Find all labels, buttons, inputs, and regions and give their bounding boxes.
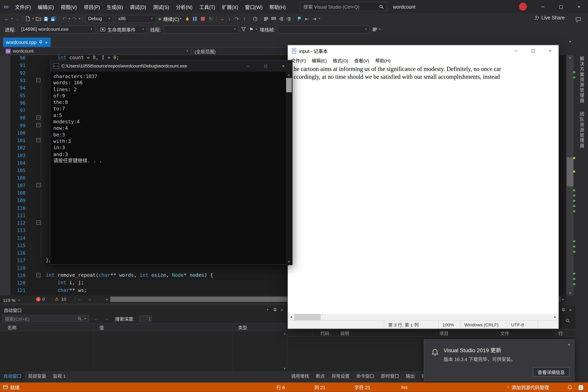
notepad-menu-帮助(H)[interactable]: 帮助(H)	[372, 57, 393, 63]
hscroll-right-icon[interactable]: ►	[562, 298, 565, 301]
notepad-window[interactable]: input - 记事本 ─ ▢ × 文件(F)编辑(E)格式(O)查看(V)帮助…	[288, 45, 558, 329]
notification-count-badge[interactable]: 2	[578, 385, 583, 390]
scroll-down-icon[interactable]: ▼	[566, 292, 574, 295]
console-scrollbar[interactable]: ▲ ▼	[286, 72, 292, 265]
document-tab-wordcount-cpp[interactable]: wordcount.cpp ×	[3, 38, 50, 47]
undo-dropdown-icon[interactable]: ▾	[68, 17, 70, 20]
fold-toggle-icon[interactable]: −	[36, 123, 40, 127]
scroll-up-icon[interactable]: ▲	[283, 332, 286, 335]
update-notification-toast[interactable]: Visual Studio 2019 更新 版本 16.3.4 下载完毕，可供安…	[424, 340, 574, 382]
autos-search-box[interactable]: 搜索(Ctrl+E) ▾	[2, 315, 89, 322]
warning-icon[interactable]: ⚠	[55, 296, 59, 302]
panel-tab-监视 1[interactable]: 监视 1	[50, 371, 69, 380]
panel-tab-断点[interactable]: 断点	[312, 371, 328, 380]
save-icon[interactable]	[42, 14, 50, 23]
side-tab-团队资源管理器[interactable]: 团队资源管理器	[578, 112, 585, 148]
scroll-left-icon[interactable]: ◄	[288, 314, 294, 320]
search-next-icon[interactable]: →	[103, 314, 110, 323]
process-dropdown[interactable]: [14696] wordcount.exe▾	[18, 25, 96, 33]
navigate-forward-icon[interactable]: →	[87, 296, 92, 302]
continue-button[interactable]: ▶ 继续(C) ▾	[157, 15, 184, 23]
quick-search-box[interactable]: 搜索 Visual Studio (Ctrl+Q)	[300, 2, 387, 11]
navigate-back-dropdown-icon[interactable]: ▾	[11, 17, 12, 20]
solution-platform-dropdown[interactable]: x86▾	[116, 15, 156, 23]
fold-toggle-icon[interactable]: −	[36, 183, 40, 187]
menu-item-帮助(H)[interactable]: 帮助(H)	[266, 0, 289, 14]
menu-item-视图(V)[interactable]: 视图(V)	[57, 0, 80, 14]
uncomment-lines-icon[interactable]	[270, 14, 277, 23]
zoom-control[interactable]: 119 %▾	[3, 296, 20, 305]
menu-item-编辑(E)[interactable]: 编辑(E)	[34, 0, 57, 14]
console-maximize-button[interactable]: □	[257, 60, 274, 72]
redo-icon[interactable]: ↷	[71, 14, 78, 23]
menu-item-分析(N)[interactable]: 分析(N)	[173, 0, 196, 14]
char-indicator[interactable]: 字符 21	[354, 382, 370, 392]
bookmark-icon[interactable]	[296, 14, 303, 23]
console-title-bar[interactable]: C:\ C:\Users\10558\source\repos\wordcoun…	[50, 60, 292, 72]
menu-item-扩展(X)[interactable]: 扩展(X)	[218, 0, 242, 14]
console-minimize-button[interactable]: ─	[239, 60, 257, 72]
decrease-indent-icon[interactable]	[277, 14, 285, 23]
errorlist-column-代码[interactable]: 代码	[312, 329, 337, 336]
menu-item-调试(D)[interactable]: 调试(D)	[126, 0, 150, 14]
solution-configuration-dropdown[interactable]: Debug▾	[86, 15, 113, 23]
console-scrollbar-thumb[interactable]	[286, 78, 292, 92]
lifecycle-events-dropdown[interactable]: 生命周期事件▾	[98, 25, 147, 33]
close-panel-icon[interactable]: ×	[281, 308, 283, 312]
open-folder-icon[interactable]	[34, 14, 42, 23]
step-out-icon[interactable]: ↑	[240, 14, 248, 23]
live-share-button[interactable]: Live Share	[534, 15, 565, 21]
notepad-close-button[interactable]: ×	[542, 46, 558, 56]
add-to-source-control-button[interactable]: ↑ 添加到源代码管理	[507, 382, 549, 392]
hscrollbar-thumb[interactable]	[110, 296, 289, 302]
notepad-menu-格式(O)[interactable]: 格式(O)	[330, 57, 351, 63]
scroll-down-icon[interactable]: ▼	[283, 367, 286, 370]
increase-indent-icon[interactable]	[285, 14, 292, 23]
close-button[interactable]: ×	[570, 0, 588, 14]
column-indicator[interactable]: 列 21	[314, 382, 325, 392]
panel-tab-输出[interactable]: 输出	[402, 371, 418, 380]
restart-icon[interactable]: ↻	[207, 14, 214, 23]
close-panel-icon[interactable]: ×	[569, 308, 572, 312]
pin-icon[interactable]	[561, 308, 565, 312]
show-next-statement-icon[interactable]: →	[218, 14, 226, 23]
step-into-icon[interactable]: ↓	[226, 14, 233, 23]
panel-tab-命令窗口[interactable]: 命令窗口	[353, 371, 378, 380]
step-over-icon[interactable]: ↷	[233, 14, 240, 23]
menu-item-测试(S)[interactable]: 测试(S)	[150, 0, 172, 14]
navigate-back-icon[interactable]: ←	[3, 14, 10, 23]
autos-grid-body[interactable]: ▲ ▼	[0, 331, 287, 371]
hscroll-left-icon[interactable]: ◄	[105, 298, 108, 301]
errorlist-column-文件[interactable]: 文件	[497, 329, 555, 336]
panel-tab-异常设置[interactable]: 异常设置	[328, 371, 353, 380]
notepad-menu-编辑(E)[interactable]: 编辑(E)	[309, 57, 330, 63]
comment-lines-icon[interactable]	[262, 14, 270, 23]
navigate-backward-icon[interactable]: ←	[77, 296, 82, 302]
errorlist-column-行[interactable]: 行	[555, 329, 570, 336]
tab-list-dropdown-icon[interactable]: ▾	[569, 40, 571, 44]
search-depth-input[interactable]: ▲▼	[139, 315, 152, 322]
editor-vertical-scrollbar[interactable]: ▲ ▼	[566, 55, 574, 295]
scrollbar-thumb[interactable]	[567, 158, 573, 186]
notepad-title-bar[interactable]: input - 记事本 ─ ▢ ×	[288, 46, 558, 56]
performance-profiler-icon[interactable]	[252, 14, 259, 23]
previous-bookmark-icon[interactable]: ⇤	[303, 14, 311, 23]
stop-debugging-icon[interactable]	[201, 17, 205, 20]
autos-column-名称[interactable]: 名称	[0, 324, 94, 331]
fold-toggle-icon[interactable]: −	[36, 116, 40, 120]
user-avatar[interactable]	[519, 2, 527, 10]
pin-icon[interactable]	[39, 40, 43, 44]
search-prev-icon[interactable]: ←	[92, 314, 100, 323]
notepad-minimize-button[interactable]: ─	[508, 46, 525, 56]
notepad-menu-查看(V)[interactable]: 查看(V)	[351, 57, 372, 63]
toolbar-overflow-icon[interactable]: ▾	[319, 17, 320, 20]
side-tab-解决方案资源管理器[interactable]: 解决方案资源管理器	[578, 56, 585, 104]
menu-item-文件(F)[interactable]: 文件(F)	[12, 0, 34, 14]
scroll-down-icon[interactable]: ▼	[286, 260, 292, 264]
autos-header[interactable]: 自动窗口 ▾ ×	[0, 306, 287, 314]
navigate-forward-icon[interactable]: →	[13, 14, 21, 23]
panel-tab-自动窗口[interactable]: 自动窗口	[0, 371, 25, 380]
autos-column-类型[interactable]: 类型	[232, 324, 285, 331]
scroll-right-icon[interactable]: ►	[552, 314, 558, 320]
error-count-icon[interactable]: ×	[36, 297, 40, 302]
